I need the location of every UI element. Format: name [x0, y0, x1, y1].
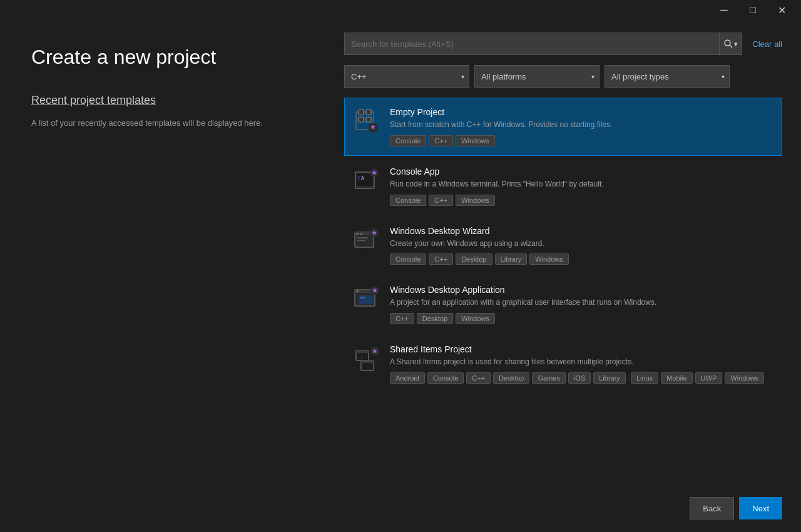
tag-windows: Windows	[456, 135, 495, 146]
console-app-tags: Console C++ Windows	[390, 195, 774, 206]
tag-android: Android	[390, 372, 425, 384]
console-app-content: Console App Run code in a Windows termin…	[390, 166, 774, 206]
empty-project-icon	[352, 107, 380, 135]
minimize-button[interactable]: ─	[710, 0, 738, 20]
project-type-filter-wrapper: All project types Console Desktop Librar…	[605, 65, 730, 88]
windows-desktop-wizard-content: Windows Desktop Wizard Create your own W…	[390, 226, 774, 265]
tag-linux: Linux	[631, 372, 658, 384]
tag-cpp: C++	[429, 253, 453, 265]
tag-console: Console	[427, 372, 464, 384]
tag-cpp: C++	[466, 372, 491, 384]
next-button[interactable]: Next	[739, 497, 782, 519]
tag-ios: iOS	[568, 372, 591, 384]
shared-items-icon	[352, 344, 380, 372]
shared-items-tags: Android Console C++ Desktop Games iOS Li…	[390, 372, 774, 384]
bottom-bar: Back Next	[344, 487, 782, 519]
template-item-console-app[interactable]: C A Console App Run code in a Windows te…	[344, 157, 782, 215]
windows-desktop-wizard-desc: Create your own Windows app using a wiza…	[390, 238, 774, 249]
tag-console: Console	[390, 195, 426, 206]
svg-rect-24	[360, 297, 365, 299]
tag-mobile: Mobile	[661, 372, 692, 384]
tag-cpp: C++	[390, 313, 414, 324]
maximize-button[interactable]: □	[738, 0, 767, 20]
empty-project-content: Empty Project Start from scratch with C+…	[390, 107, 774, 146]
tag-windows: Windows	[456, 313, 495, 324]
title-bar: ─ □ ✕	[0, 0, 801, 20]
tag-cpp: C++	[429, 195, 453, 206]
search-input[interactable]	[345, 39, 719, 49]
tag-library: Library	[495, 253, 528, 265]
empty-project-name: Empty Project	[390, 107, 774, 117]
windows-desktop-app-tags: C++ Desktop Windows	[390, 313, 774, 324]
template-item-empty-project[interactable]: Empty Project Start from scratch with C+…	[344, 98, 782, 156]
svg-rect-22	[356, 290, 359, 292]
shared-items-name: Shared Items Project	[390, 344, 774, 354]
svg-rect-18	[357, 240, 365, 241]
tag-library: Library	[593, 372, 626, 384]
tag-games: Games	[532, 372, 565, 384]
search-area: ▾ Clear all	[344, 33, 782, 55]
svg-rect-5	[359, 117, 364, 122]
shared-items-desc: A Shared Items project is used for shari…	[390, 357, 774, 367]
svg-line-30	[361, 356, 362, 361]
windows-desktop-wizard-icon	[352, 226, 380, 253]
windows-desktop-wizard-name: Windows Desktop Wizard	[390, 226, 774, 236]
svg-point-0	[725, 40, 730, 46]
svg-rect-27	[356, 350, 369, 353]
console-app-icon: C A	[352, 166, 380, 194]
minimize-icon: ─	[720, 4, 727, 16]
svg-rect-29	[361, 361, 374, 363]
page-title: Create a new project	[31, 45, 294, 69]
clear-all-button[interactable]: Clear all	[752, 39, 782, 49]
empty-project-tags: Console C++ Windows	[390, 135, 774, 146]
platform-filter[interactable]: All platforms Windows Linux macOS Androi…	[474, 65, 599, 88]
tag-console: Console	[390, 253, 426, 265]
windows-desktop-app-icon	[352, 285, 380, 312]
svg-rect-6	[366, 117, 371, 122]
console-app-name: Console App	[390, 166, 774, 176]
svg-rect-15	[356, 233, 359, 235]
platform-filter-wrapper: All platforms Windows Linux macOS Androi…	[474, 65, 599, 88]
svg-rect-17	[357, 237, 368, 238]
template-item-windows-desktop-wizard[interactable]: Windows Desktop Wizard Create your own W…	[344, 217, 782, 275]
template-item-windows-desktop-app[interactable]: Windows Desktop Application A project fo…	[344, 275, 782, 334]
svg-rect-16	[360, 233, 362, 235]
language-filter-wrapper: C++ C# Python JavaScript TypeScript Visu…	[344, 65, 469, 88]
windows-desktop-app-desc: A project for an application with a grap…	[390, 297, 774, 308]
search-wrapper: ▾	[344, 33, 742, 55]
tag-windows: Windows	[456, 195, 495, 206]
svg-text:A: A	[361, 176, 364, 182]
windows-desktop-app-name: Windows Desktop Application	[390, 285, 774, 295]
tag-windows: Windows	[725, 372, 764, 384]
maximize-icon: □	[750, 4, 756, 16]
console-app-desc: Run code in a Windows terminal. Prints "…	[390, 179, 774, 190]
filter-row: C++ C# Python JavaScript TypeScript Visu…	[344, 65, 782, 88]
tag-cpp: C++	[429, 135, 453, 146]
template-item-shared-items[interactable]: Shared Items Project A Shared Items proj…	[344, 335, 782, 393]
tag-uwp: UWP	[695, 372, 723, 384]
svg-rect-4	[366, 110, 371, 115]
tag-desktop: Desktop	[417, 313, 453, 324]
close-button[interactable]: ✕	[767, 0, 796, 20]
tag-windows: Windows	[529, 253, 569, 265]
svg-line-1	[730, 45, 732, 48]
tag-desktop: Desktop	[456, 253, 492, 265]
recent-description: A list of your recently accessed templat…	[31, 117, 294, 130]
main-layout: Create a new project Recent project temp…	[0, 20, 801, 532]
template-list: Empty Project Start from scratch with C+…	[344, 98, 782, 487]
language-filter[interactable]: C++ C# Python JavaScript TypeScript Visu…	[344, 65, 469, 88]
svg-rect-3	[359, 110, 364, 115]
project-type-filter[interactable]: All project types Console Desktop Librar…	[605, 65, 730, 88]
left-panel: Create a new project Recent project temp…	[0, 20, 325, 532]
windows-desktop-app-content: Windows Desktop Application A project fo…	[390, 285, 774, 324]
search-button[interactable]: ▾	[719, 33, 742, 55]
search-icon	[724, 39, 733, 48]
right-panel: ▾ Clear all C++ C# Python JavaScript Typ…	[325, 20, 801, 532]
close-icon: ✕	[778, 4, 786, 16]
tag-desktop: Desktop	[493, 372, 529, 384]
shared-items-content: Shared Items Project A Shared Items proj…	[390, 344, 774, 384]
tag-console: Console	[390, 135, 426, 146]
recent-templates-title: Recent project templates	[31, 94, 294, 107]
empty-project-desc: Start from scratch with C++ for Windows.…	[390, 120, 774, 130]
back-button[interactable]: Back	[690, 497, 734, 519]
